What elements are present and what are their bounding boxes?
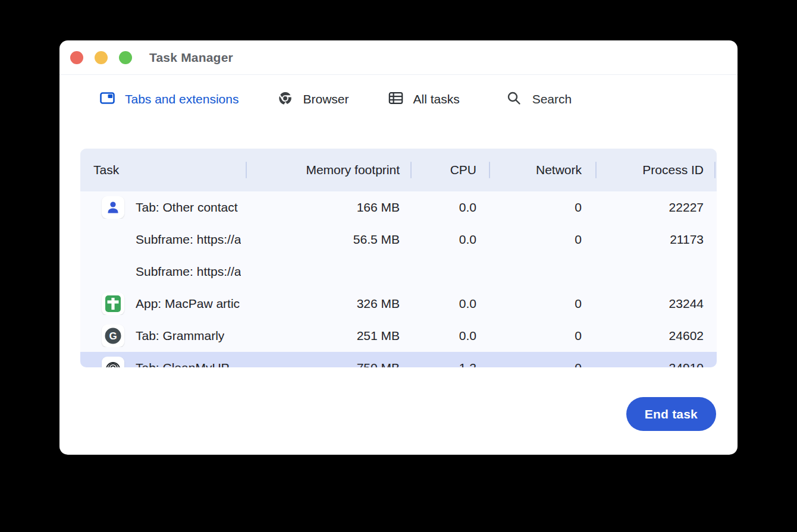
memory-value: 251 MB [246,329,410,343]
task-manager-window: Task Manager Tabs and extensions Browser [59,40,738,455]
memory-value: 56.5 MB [246,232,410,247]
tab-bar: Tabs and extensions Browser All tasks [59,75,738,149]
favicon [102,228,124,251]
table-row[interactable]: Tab: CleanMyUP 750 MB 1.2 0 24910 [80,352,717,367]
column-divider [714,162,716,178]
column-header-pid[interactable]: Process ID [595,163,714,177]
cpu-value: 0.0 [410,297,489,311]
tab-label: Browser [303,92,349,106]
title-bar: Task Manager [59,40,738,75]
memory-value: 750 MB [246,361,410,367]
task-name: Subframe: https://a [136,265,241,279]
cpu-value: 0.0 [410,200,489,215]
memory-value: 326 MB [246,297,410,311]
column-header-cpu[interactable]: CPU [410,163,489,177]
search-input[interactable] [531,92,664,107]
screen-background: Task Manager Tabs and extensions Browser [0,0,797,532]
column-header-task[interactable]: Task [80,163,246,177]
network-value: 0 [489,329,595,343]
close-window-button[interactable] [70,51,83,64]
tab-all-tasks[interactable]: All tasks [388,92,460,107]
column-header-network[interactable]: Network [489,163,595,177]
pid-value: 22227 [595,200,714,215]
grammarly-icon: G [102,325,124,347]
column-header-memory[interactable]: Memory footprint [246,163,410,177]
tab-label: Tabs and extensions [125,92,239,106]
minimize-window-button[interactable] [95,51,108,64]
task-name: Tab: Other contact [136,200,238,215]
table-list-icon [388,92,403,107]
cpu-value: 0.0 [410,232,489,247]
pid-value: 24602 [595,329,714,343]
svg-text:G: G [109,330,117,342]
network-value: 0 [489,200,595,215]
table-body: Tab: Other contact 166 MB 0.0 0 22227 Su… [80,191,717,367]
cpu-value: 0.0 [410,329,489,343]
favicon [102,260,124,283]
network-value: 0 [489,297,595,311]
pid-value: 23244 [595,297,714,311]
process-table: Task Memory footprint CPU Network Proces… [80,149,717,367]
column-divider [410,162,412,178]
task-name: Tab: Grammarly [136,329,224,343]
memory-value: 166 MB [246,200,410,215]
tab-label: All tasks [413,92,460,106]
tab-browser[interactable]: Browser [278,91,349,108]
table-row[interactable]: Subframe: https://a 56.5 MB 0.0 0 21173 [80,223,717,256]
person-icon [102,196,124,219]
search-box [506,90,664,108]
pid-value: 24910 [595,361,714,367]
end-task-button[interactable]: End task [626,397,716,431]
tab-icon [100,92,115,107]
chrome-icon [278,91,293,108]
table-row[interactable]: App: MacPaw artic 326 MB 0.0 0 23244 [80,288,717,320]
task-name: App: MacPaw artic [136,297,240,311]
pid-value: 21173 [595,232,714,247]
column-divider [595,162,597,178]
sheet-icon [102,292,124,315]
column-divider [246,162,247,178]
network-value: 0 [489,232,595,247]
traffic-lights [70,51,132,64]
table-row[interactable]: Tab: Other contact 166 MB 0.0 0 22227 [80,191,717,223]
table-row[interactable]: G Tab: Grammarly 251 MB 0.0 0 24602 [80,320,717,352]
cpu-value: 1.2 [410,361,489,367]
zoom-window-button[interactable] [119,51,132,64]
task-name: Subframe: https://a [136,232,241,247]
cleanmy-icon [102,357,124,367]
window-title: Task Manager [149,51,233,65]
network-value: 0 [489,361,595,367]
table-header: Task Memory footprint CPU Network Proces… [80,149,717,191]
task-name: Tab: CleanMyUP [136,361,230,367]
tab-tabs-and-extensions[interactable]: Tabs and extensions [100,92,239,107]
table-row[interactable]: Subframe: https://a [80,256,717,288]
search-icon [506,90,522,108]
column-divider [489,162,490,178]
